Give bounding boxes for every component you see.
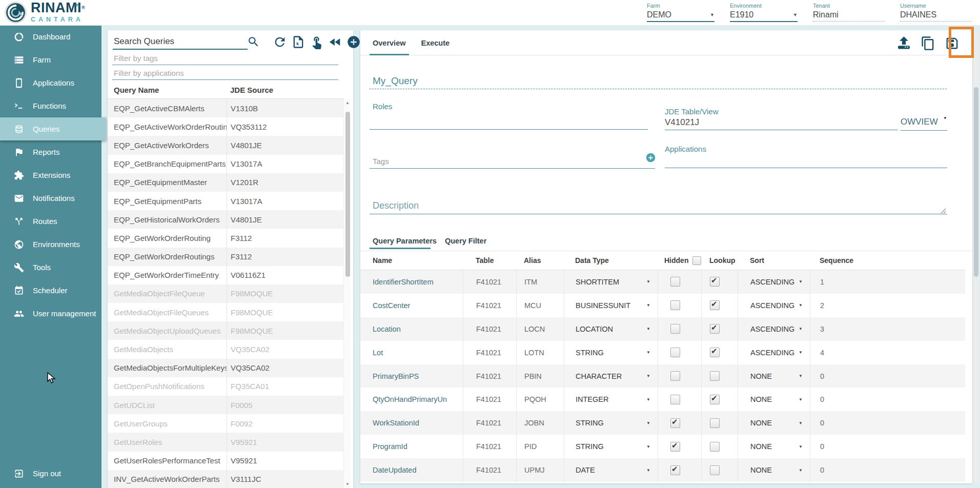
query-row[interactable]: GetMediaObjectFileQueuesF98MOQUE bbox=[108, 303, 343, 321]
resize-handle-icon[interactable] bbox=[941, 207, 946, 216]
datatype-select[interactable]: STRING▼ bbox=[564, 435, 658, 458]
query-row[interactable]: EQP_GetWorkOrderRoutingsF3112 bbox=[108, 248, 343, 266]
query-row[interactable]: INV_GetActiveWorkOrderPartsV3111JC bbox=[108, 470, 343, 488]
hidden-checkbox[interactable] bbox=[670, 277, 680, 287]
subtab-query-parameters[interactable]: Query Parameters bbox=[373, 237, 437, 245]
datatype-select[interactable]: SHORTITEM▼ bbox=[564, 270, 658, 294]
datatype-select[interactable]: DATE▼ bbox=[564, 458, 658, 482]
sidebar-item-applications[interactable]: Applications bbox=[0, 71, 101, 94]
scrollbar-thumb[interactable] bbox=[345, 112, 350, 277]
query-row[interactable]: GetUserRolesPerformanceTestV95921 bbox=[108, 452, 343, 470]
tag-filter-input[interactable] bbox=[112, 52, 338, 65]
sidebar-item-reports[interactable]: Reports bbox=[0, 140, 101, 164]
add-tag-icon[interactable] bbox=[645, 152, 656, 163]
hidden-all-checkbox[interactable] bbox=[692, 256, 701, 265]
editor-scrollbar-thumb[interactable] bbox=[974, 87, 978, 277]
hidden-checkbox[interactable] bbox=[670, 418, 680, 428]
hidden-checkbox[interactable] bbox=[670, 348, 680, 357]
lookup-checkbox[interactable] bbox=[710, 371, 720, 381]
query-row[interactable]: GetOpenPushNotificationsFQ35CA01 bbox=[108, 377, 343, 396]
rewind-icon[interactable] bbox=[328, 34, 343, 50]
hidden-checkbox[interactable] bbox=[670, 442, 680, 452]
sort-select[interactable]: ASCENDING▼ bbox=[738, 317, 810, 341]
lookup-checkbox[interactable] bbox=[710, 348, 720, 357]
sidebar-item-queries[interactable]: Queries bbox=[0, 117, 106, 140]
jde-table-input[interactable] bbox=[665, 115, 898, 130]
select-hand-icon[interactable] bbox=[309, 34, 324, 50]
sort-select[interactable]: ASCENDING▼ bbox=[738, 341, 810, 364]
applications-input[interactable] bbox=[665, 153, 947, 168]
query-row[interactable]: EQP_GetHistoricalWorkOrdersV4801JE bbox=[108, 210, 343, 229]
datatype-select[interactable]: STRING▼ bbox=[564, 341, 658, 364]
scroll-up-icon[interactable]: ▲ bbox=[344, 100, 351, 105]
lookup-checkbox[interactable] bbox=[710, 418, 720, 428]
query-row[interactable]: EQP_GetEquipmentPartsV13017A bbox=[108, 192, 343, 210]
query-row[interactable]: EQP_GetEquipmentMasterV1201R bbox=[108, 173, 343, 192]
query-row[interactable]: EQP_GetActiveCBMAlertsV1310B bbox=[108, 99, 343, 117]
sidebar-item-scheduler[interactable]: Scheduler bbox=[0, 279, 101, 302]
roles-input[interactable] bbox=[370, 113, 648, 130]
lookup-checkbox[interactable] bbox=[710, 324, 720, 334]
tags-input[interactable] bbox=[370, 154, 655, 169]
sort-select[interactable]: NONE▼ bbox=[738, 364, 810, 388]
sort-select[interactable]: NONE▼ bbox=[738, 411, 810, 435]
query-name-field[interactable]: My_Query bbox=[373, 75, 418, 87]
sort-select[interactable]: NONE▼ bbox=[738, 458, 810, 482]
editor-scrollbar[interactable] bbox=[973, 30, 979, 483]
query-row[interactable]: GetUserGroupsF0092 bbox=[108, 414, 343, 433]
hidden-checkbox[interactable] bbox=[670, 395, 680, 404]
query-row[interactable]: EQP_GetWorkOrderTimeEntryV06116Z1 bbox=[108, 266, 343, 284]
lookup-checkbox[interactable] bbox=[710, 300, 720, 310]
scroll-down-icon[interactable]: ▼ bbox=[344, 482, 351, 486]
hidden-checkbox[interactable] bbox=[670, 371, 680, 381]
refresh-icon[interactable] bbox=[272, 34, 288, 50]
view-type-select[interactable]: OWVIEW ▼ bbox=[901, 117, 947, 131]
query-row[interactable]: GetUserRolesV95921 bbox=[108, 433, 343, 451]
datatype-select[interactable]: INTEGER▼ bbox=[564, 388, 658, 411]
search-input[interactable] bbox=[113, 34, 248, 50]
lookup-checkbox[interactable] bbox=[710, 465, 720, 475]
duplicate-button[interactable] bbox=[920, 35, 936, 51]
datatype-select[interactable]: STRING▼ bbox=[564, 411, 658, 435]
datatype-select[interactable]: LOCATION▼ bbox=[564, 317, 658, 341]
sidebar-item-sign-out[interactable]: Sign out bbox=[0, 462, 101, 485]
query-row[interactable]: GetMediaObjectUploadQueuesF98MOQUE bbox=[108, 321, 343, 340]
header-field-value-environment[interactable]: E1910▼ bbox=[730, 10, 798, 22]
application-filter-input[interactable] bbox=[112, 67, 338, 80]
query-row[interactable]: EQP_GetActiveWorkOrderRoutingsVQ353112 bbox=[108, 117, 343, 136]
sidebar-item-routes[interactable]: Routes bbox=[0, 210, 101, 233]
subtab-query-filter[interactable]: Query Filter bbox=[445, 237, 486, 245]
query-row[interactable]: GetUDCListF0005 bbox=[108, 396, 343, 414]
header-field-value-tenant[interactable]: Rinami bbox=[813, 10, 885, 22]
lookup-checkbox[interactable] bbox=[710, 442, 720, 452]
search-icon[interactable] bbox=[247, 35, 260, 48]
sidebar-item-user-management[interactable]: User management bbox=[0, 302, 101, 325]
sort-select[interactable]: NONE▼ bbox=[738, 388, 810, 411]
sidebar-item-extensions[interactable]: Extensions bbox=[0, 164, 101, 187]
add-query-icon[interactable] bbox=[346, 34, 361, 50]
tab-execute[interactable]: Execute bbox=[418, 30, 453, 55]
sidebar-item-dashboard[interactable]: Dashboard bbox=[0, 25, 101, 48]
query-row[interactable]: EQP_GetBranchEquipmentPartsV13017A bbox=[108, 155, 343, 173]
lookup-checkbox[interactable] bbox=[710, 395, 720, 404]
query-row[interactable]: GetMediaObjectFileQueueF98MOQUE bbox=[108, 284, 343, 303]
sidebar-item-environments[interactable]: Environments bbox=[0, 233, 101, 256]
sidebar-item-notifications[interactable]: Notifications bbox=[0, 187, 101, 210]
query-row[interactable]: EQP_GetActiveWorkOrdersV4801JE bbox=[108, 136, 343, 154]
hidden-checkbox[interactable] bbox=[670, 465, 680, 475]
sidebar-item-farm[interactable]: Farm bbox=[0, 48, 101, 71]
hidden-checkbox[interactable] bbox=[670, 300, 680, 310]
description-input[interactable] bbox=[370, 197, 947, 214]
sidebar-item-tools[interactable]: Tools bbox=[0, 256, 101, 279]
query-row[interactable]: EQP_GetWorkOrderRoutingF3112 bbox=[108, 229, 343, 247]
header-field-value-farm[interactable]: DEMO▼ bbox=[647, 10, 714, 22]
sort-select[interactable]: NONE▼ bbox=[738, 435, 810, 458]
datatype-select[interactable]: BUSINESSUNIT▼ bbox=[564, 294, 658, 317]
excel-export-icon[interactable]: x bbox=[291, 34, 306, 50]
datatype-select[interactable]: CHARACTER▼ bbox=[564, 364, 658, 388]
query-row[interactable]: GetMediaObjectsForMultipleKeysVQ35CA02 bbox=[108, 359, 343, 377]
query-list-scrollbar[interactable]: ▲ ▼ bbox=[343, 99, 351, 488]
hidden-checkbox[interactable] bbox=[670, 324, 680, 334]
lookup-checkbox[interactable] bbox=[710, 277, 720, 287]
sidebar-item-functions[interactable]: Functions bbox=[0, 94, 101, 117]
